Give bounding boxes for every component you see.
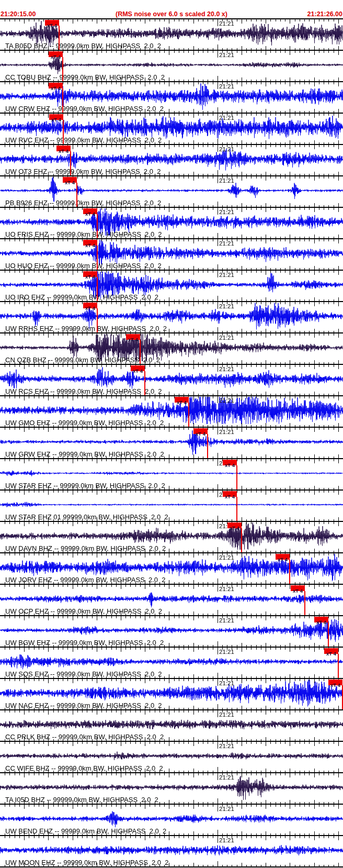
trace-panel-27[interactable]: 21:21 UW MOON EHZ -- 99999.0km BW, HIGHP… <box>0 835 343 866</box>
trace-panel-12[interactable]: 21:21 xT 4 UW RCS EHZ -- 99999.0km BW, H… <box>0 364 343 395</box>
minute-label: 21:21 <box>219 649 234 655</box>
phase-pick-marker[interactable]: xT 4 <box>223 460 237 465</box>
trace-panel-21[interactable]: 21:21 xT 4 UW SQS EHZ -- 99999.0km BW, H… <box>0 647 343 678</box>
phase-pick-label: xT 4 <box>316 619 326 625</box>
minute-label: 21:21 <box>219 366 234 372</box>
minute-label: 21:21 <box>219 586 234 592</box>
phase-pick-label: xT 4 <box>51 54 61 60</box>
trace-panel-4[interactable]: 21:21 xT 4 UW RVC EHZ -- 99999.0km BW, H… <box>0 113 343 144</box>
phase-pick-marker[interactable]: xT 4 <box>49 114 63 120</box>
minute-label: 21:21 <box>219 837 234 843</box>
phase-pick-marker[interactable]: xT 4 <box>227 522 242 528</box>
trace-panel-2[interactable]: 21:21 xT 4 CC TOBU BHZ -- 99999.0km BW, … <box>0 50 343 81</box>
phase-pick-line <box>304 591 305 615</box>
phase-pick-line <box>59 26 60 50</box>
trace-panel-9[interactable]: 21:21 xT 4 UO IRO EHZ -- 99999.0km BW, H… <box>0 270 343 301</box>
minute-label: 21:21 <box>219 774 234 781</box>
time-window-bar: 21:20:15.00 (RMS noise over 6.0 s scaled… <box>0 10 343 18</box>
trace-panel-26[interactable]: 21:21 UW BEND EHZ -- 99999.0km BW, HIGHP… <box>0 804 343 835</box>
phase-pick-marker[interactable]: xT 4 <box>45 20 59 26</box>
minute-label: 21:21 <box>219 711 234 718</box>
phase-pick-label: xT 4 <box>278 557 288 562</box>
trace-panel-7[interactable]: 21:21 xT 4 UO FRIS EHZ -- 99999.0km BW, … <box>0 207 343 238</box>
phase-pick-marker[interactable]: xT 4 <box>83 271 97 277</box>
minute-label: 21:21 <box>219 146 234 152</box>
phase-pick-marker[interactable]: xT 4 <box>193 428 208 434</box>
phase-pick-marker[interactable]: xT 4 <box>324 648 338 654</box>
phase-pick-line <box>236 465 237 489</box>
phase-pick-label: xT 4 <box>230 525 239 531</box>
rms-scaling-note: (RMS noise over 6.0 s scaled 20.0 x) <box>0 10 343 18</box>
trace-panel-11[interactable]: 21:21 xT 4 CN QZB BHZ -- 99999.0km BW, H… <box>0 332 343 364</box>
trace-panel-1[interactable]: 21:21 xT 4 TA B05D BHZ -- 99999.0km BW, … <box>0 18 343 50</box>
minute-label: 21:21 <box>219 52 234 58</box>
trace-panel-16[interactable]: 21:21 xT 4 UW STAR EHZ 01 99999.0km BW, … <box>0 489 343 521</box>
trace-list: 21:21 xT 4 TA B05D BHZ -- 99999.0km BW, … <box>0 18 343 866</box>
station-label: UO IRO EHZ -- 99999.0km BW, HIGHPASS 2.0… <box>5 293 158 301</box>
station-label: UW GMO EHZ -- 99999.0km BW, HIGHPASS 2.0… <box>5 419 164 427</box>
phase-pick-label: xT 4 <box>225 462 235 468</box>
station-label: UW OT3 EHZ -- 99999.0km BW, HIGHPASS 2.0… <box>5 168 161 175</box>
trace-panel-10[interactable]: 21:21 xT 4 UW RRHS EHZ -- 99999.0km BW, … <box>0 301 343 332</box>
station-label: UW STAR EHZ -- 99999.0km BW, HIGHPASS 2.… <box>5 482 165 489</box>
phase-pick-marker[interactable]: xT 4 <box>291 585 305 591</box>
station-label: UW RCS EHZ -- 99999.0km BW, HIGHPASS 2.0… <box>5 387 162 395</box>
station-label: CC PRLK BHZ -- 99999.0km BW, HIGHPASS 2.… <box>5 733 164 741</box>
trace-panel-24[interactable]: 21:21 CC WIFE BHZ -- 99999.0km BW, HIGHP… <box>0 741 343 772</box>
phase-pick-marker[interactable]: xT 4 <box>328 680 342 685</box>
phase-pick-marker[interactable]: xT 4 <box>276 554 290 560</box>
phase-pick-marker[interactable]: xT 4 <box>56 146 71 151</box>
station-label: TA I05D BHZ -- 99999.0km BW, HIGHPASS 2.… <box>5 796 158 804</box>
trace-panel-3[interactable]: 21:21 xT 4 UW CRW EHZ -- 99999.0km BW, H… <box>0 81 343 113</box>
minute-label: 21:21 <box>219 680 234 686</box>
phase-pick-marker[interactable]: xT 4 <box>126 334 140 340</box>
trace-panel-22[interactable]: 21:21 xT 4 UW NAC EHZ -- 99999.0km BW, H… <box>0 678 343 709</box>
phase-pick-line <box>97 246 98 270</box>
minute-label: 21:21 <box>219 83 234 90</box>
phase-pick-line <box>76 183 77 207</box>
phase-pick-label: xT 4 <box>51 117 61 123</box>
window-end-time: 21:21:26.00 <box>307 10 342 18</box>
phase-pick-label: xT 4 <box>196 431 205 437</box>
station-label: UW NAC EHZ -- 99999.0km BW, HIGHPASS 2.0… <box>5 702 162 709</box>
phase-pick-marker[interactable]: xT 4 <box>49 51 63 57</box>
trace-panel-20[interactable]: 21:21 xT 4 UW BGW EHZ -- 99999.0km BW, H… <box>0 615 343 647</box>
minute-label: 21:21 <box>219 743 234 749</box>
phase-pick-line <box>62 88 63 113</box>
trace-panel-8[interactable]: 21:21 xT 4 UO HUQ EHZ -- 99999.0km BW, H… <box>0 238 343 270</box>
trace-panel-19[interactable]: 21:21 xT 4 UW OCP EHZ -- 99999.0km BW, H… <box>0 584 343 615</box>
phase-pick-line <box>289 560 290 584</box>
phase-pick-label: xT 4 <box>47 23 57 28</box>
phase-pick-label: xT 4 <box>59 148 68 154</box>
minute-label: 21:21 <box>219 272 234 278</box>
phase-pick-marker[interactable]: xT 4 <box>83 208 97 214</box>
trace-panel-18[interactable]: 21:21 xT 4 UW JORV EHZ -- 99999.0km BW, … <box>0 552 343 584</box>
phase-pick-marker[interactable]: xT 4 <box>131 365 145 371</box>
phase-pick-marker[interactable]: xT 4 <box>314 617 328 622</box>
phase-pick-line <box>207 434 208 458</box>
phase-pick-line <box>328 622 329 647</box>
station-label: UW CRW EHZ -- 99999.0km BW, HIGHPASS 2.0… <box>5 105 164 113</box>
minute-label: 21:21 <box>219 115 234 121</box>
phase-pick-marker[interactable]: xT 4 <box>83 240 97 246</box>
trace-panel-13[interactable]: 21:21 xT 4 UW GMO EHZ -- 99999.0km BW, H… <box>0 395 343 427</box>
trace-panel-6[interactable]: 21:21 xT 4 PB B926 EHZ -- 99999.0km BW, … <box>0 175 343 207</box>
bottom-boundary-line <box>0 866 343 867</box>
event-header: 60907076 UW Oct 21, 2014 21:20:35.00 48.… <box>0 0 343 10</box>
trace-panel-25[interactable]: 21:21 TA I05D BHZ -- 99999.0km BW, HIGHP… <box>0 772 343 804</box>
station-label: UW BGW EHZ -- 99999.0km BW, HIGHPASS 2.0… <box>5 639 164 647</box>
trace-panel-23[interactable]: 21:21 CC PRLK BHZ -- 99999.0km BW, HIGHP… <box>0 709 343 741</box>
trace-panel-5[interactable]: 21:21 xT 4 UW OT3 EHZ -- 99999.0km BW, H… <box>0 144 343 175</box>
phase-pick-marker[interactable]: xT 4 <box>63 177 77 183</box>
phase-pick-label: xT 4 <box>177 399 187 405</box>
phase-pick-marker[interactable]: xT 4 <box>83 303 97 308</box>
trace-panel-15[interactable]: 21:21 xT 4 UW STAR EHZ -- 99999.0km BW, … <box>0 458 343 489</box>
phase-pick-marker[interactable]: xT 4 <box>175 397 189 403</box>
phase-pick-marker[interactable]: xT 4 <box>49 83 63 88</box>
trace-panel-14[interactable]: 21:21 xT 4 UW GRW EHZ -- 99999.0km BW, H… <box>0 427 343 458</box>
trace-panel-17[interactable]: 21:21 xT 4 UW DAVN BHZ -- 99999.0km BW, … <box>0 521 343 552</box>
phase-pick-line <box>97 308 98 332</box>
phase-pick-marker[interactable]: xT 4 <box>223 491 237 497</box>
phase-pick-label: xT 4 <box>85 305 95 311</box>
station-label: UW RRHS EHZ -- 99999.0km BW, HIGHPASS 2.… <box>5 325 167 332</box>
